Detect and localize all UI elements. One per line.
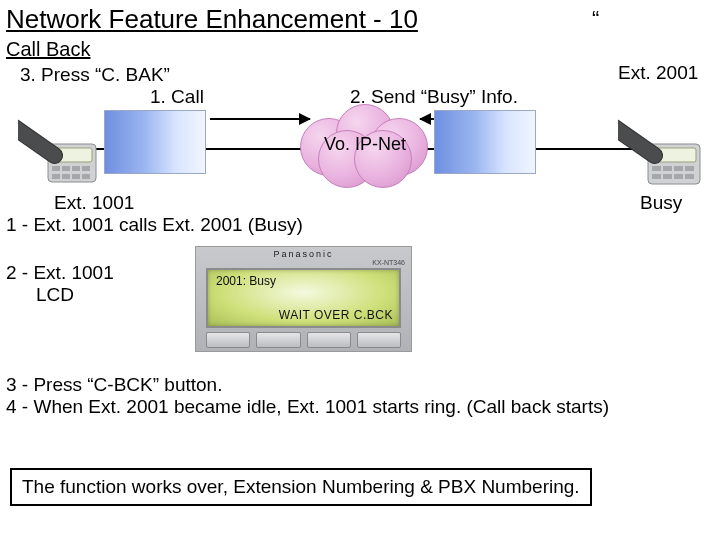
phone-icon-left	[18, 94, 98, 186]
step-line-4: 4 - When Ext. 2001 became idle, Ext. 100…	[6, 396, 609, 418]
svg-rect-6	[52, 174, 60, 179]
svg-rect-17	[652, 174, 661, 179]
step-line-2b: LCD	[36, 284, 74, 306]
svg-rect-5	[82, 166, 90, 171]
svg-rect-13	[652, 166, 661, 171]
step-line-1: 1 - Ext. 1001 calls Ext. 2001 (Busy)	[6, 214, 303, 236]
svg-rect-7	[62, 174, 70, 179]
lcd-panel: Panasonic KX-NT346 2001: Busy WAIT OVER …	[195, 246, 412, 352]
pbx-left	[104, 110, 206, 174]
lcd-screen: 2001: Busy WAIT OVER C.BCK	[206, 268, 401, 328]
svg-rect-4	[72, 166, 80, 171]
subtitle-callback: Call Back	[6, 38, 90, 61]
label-busy: Busy	[640, 192, 682, 214]
svg-rect-8	[72, 174, 80, 179]
step-line-3: 3 - Press “C-BCK” button.	[6, 374, 222, 396]
svg-rect-19	[674, 174, 683, 179]
svg-rect-14	[663, 166, 672, 171]
svg-rect-16	[685, 166, 694, 171]
svg-rect-21	[618, 116, 666, 167]
step-line-2a: 2 - Ext. 1001	[6, 262, 114, 284]
lcd-brand: Panasonic	[196, 247, 411, 259]
svg-rect-15	[674, 166, 683, 171]
stray-quote: “	[592, 6, 599, 32]
lcd-softkeys	[206, 332, 401, 348]
svg-rect-3	[62, 166, 70, 171]
lcd-line-1: 2001: Busy	[216, 274, 276, 288]
voip-cloud: Vo. IP-Net	[300, 104, 430, 182]
lcd-line-2: WAIT OVER C.BCK	[279, 308, 393, 322]
svg-rect-2	[52, 166, 60, 171]
pbx-right	[434, 110, 536, 174]
svg-rect-10	[18, 116, 66, 167]
arrow-call	[210, 118, 310, 120]
notice-box: The function works over, Extension Numbe…	[10, 468, 592, 506]
lcd-model: KX-NT346	[196, 259, 411, 268]
label-step3: 3. Press “C. BAK”	[20, 64, 170, 86]
page-title: Network Feature Enhancement - 10	[6, 4, 418, 35]
label-ext-2001: Ext. 2001	[618, 62, 698, 84]
label-step1: 1. Call	[150, 86, 204, 108]
svg-rect-20	[685, 174, 694, 179]
svg-rect-18	[663, 174, 672, 179]
phone-icon-right	[618, 94, 706, 190]
svg-rect-9	[82, 174, 90, 179]
label-ext-1001: Ext. 1001	[54, 192, 134, 214]
